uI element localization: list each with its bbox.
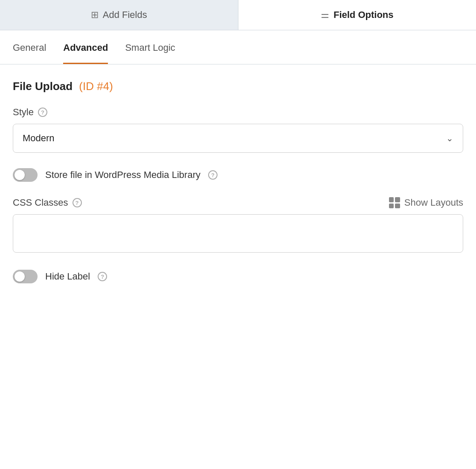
css-classes-help-icon[interactable]: ? [73, 198, 82, 207]
add-fields-icon: ⊞ [91, 9, 99, 20]
store-media-row: Store file in WordPress Media Library ? [13, 168, 463, 182]
field-title-name: File Upload [13, 80, 73, 93]
chevron-down-icon: ⌄ [446, 133, 453, 143]
store-media-label: Store file in WordPress Media Library [45, 169, 200, 181]
hide-label-toggle[interactable] [13, 270, 38, 283]
tab-field-options[interactable]: ⚌ Field Options [238, 0, 476, 30]
style-dropdown[interactable]: Modern ⌄ [13, 124, 463, 153]
field-title: File Upload (ID #4) [13, 80, 463, 93]
toggle-thumb [15, 170, 25, 180]
grid-icon [389, 197, 400, 208]
toggle-track [13, 168, 38, 182]
sub-tabs-bar: General Advanced Smart Logic [0, 30, 476, 64]
main-content: File Upload (ID #4) Style ? Modern ⌄ Sto… [0, 64, 476, 469]
store-media-toggle[interactable] [13, 168, 38, 182]
tab-smart-logic[interactable]: Smart Logic [125, 30, 175, 64]
css-classes-input[interactable] [13, 214, 463, 253]
toggle-thumb-hide [15, 271, 25, 282]
field-id: (ID #4) [79, 80, 113, 93]
tab-general[interactable]: General [13, 30, 46, 64]
css-classes-left: CSS Classes ? [13, 197, 82, 208]
tab-add-fields-label: Add Fields [103, 9, 147, 20]
show-layouts-label: Show Layouts [404, 197, 463, 208]
hide-label-label: Hide Label [45, 271, 90, 282]
show-layouts-button[interactable]: Show Layouts [389, 197, 463, 208]
tab-advanced[interactable]: Advanced [63, 30, 108, 64]
style-help-icon[interactable]: ? [38, 108, 47, 117]
field-options-icon: ⚌ [321, 9, 329, 20]
header-tabs: ⊞ Add Fields ⚌ Field Options [0, 0, 476, 30]
tab-field-options-label: Field Options [334, 9, 394, 20]
store-media-help-icon[interactable]: ? [208, 170, 218, 180]
style-label: Style ? [13, 107, 463, 118]
css-classes-header: CSS Classes ? Show Layouts [13, 197, 463, 208]
hide-label-row: Hide Label ? [13, 270, 463, 283]
toggle-track-hide [13, 270, 38, 283]
page-wrapper: ⊞ Add Fields ⚌ Field Options General Adv… [0, 0, 476, 469]
hide-label-help-icon[interactable]: ? [98, 272, 107, 281]
tab-add-fields[interactable]: ⊞ Add Fields [0, 0, 238, 30]
style-dropdown-value: Modern [23, 133, 55, 144]
css-classes-label: CSS Classes [13, 197, 68, 208]
